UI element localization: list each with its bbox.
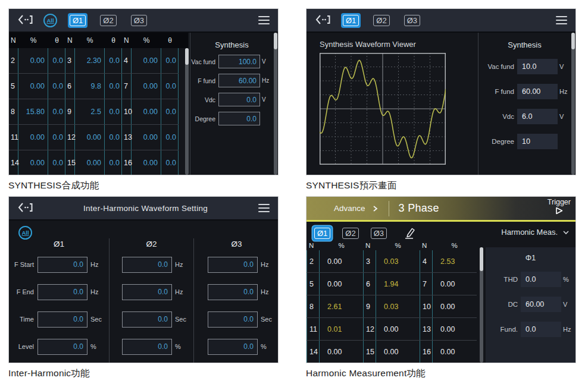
f-start-input[interactable]: 0.0 (122, 257, 172, 273)
vac-fund-input[interactable]: 100.0 (218, 55, 260, 68)
tab-phase-1[interactable]: Ø1 (312, 226, 332, 241)
degree-input[interactable]: 10 (517, 134, 558, 149)
cell-theta[interactable]: 0.0 (105, 48, 122, 73)
level-input[interactable]: 0.0 (122, 339, 172, 355)
cell-pct[interactable]: 0.00 (18, 125, 48, 150)
advance-menu-button[interactable]: Advance (334, 204, 365, 213)
cell-theta[interactable]: 0.0 (105, 125, 122, 150)
cell-value: 0.01 (320, 318, 363, 340)
cell-theta[interactable]: 0.0 (48, 48, 65, 73)
cell-n: 3 (363, 250, 376, 272)
cell-n: 10 (122, 99, 132, 124)
tab-phase-3[interactable]: Ø3 (129, 13, 149, 28)
panel-scrollbar[interactable] (571, 33, 575, 175)
cell-pct[interactable]: 2.30 (75, 48, 105, 73)
cell-pct[interactable]: 0.00 (75, 125, 105, 150)
scrollbar-thumb[interactable] (480, 247, 483, 271)
cell-theta[interactable]: 0.0 (161, 150, 179, 175)
all-phases-button[interactable]: All (43, 14, 57, 27)
measurement-mode-dropdown[interactable]: Harmonic Meas. (501, 228, 570, 237)
tab-phase-3[interactable]: Ø3 (402, 13, 422, 28)
synthesis-settings-card: Synthesis Vac fund100.0V F fund60.00Hz V… (190, 33, 273, 175)
panel-scrollbar[interactable] (274, 33, 277, 175)
cell-pct[interactable]: 0.00 (132, 125, 161, 150)
cell-pct[interactable]: 0.00 (132, 74, 161, 99)
cell-value: 0.00 (433, 295, 476, 317)
degree-input[interactable]: 0.0 (218, 112, 260, 125)
edit-pencil-icon[interactable] (402, 227, 416, 239)
cell-pct[interactable]: 2.5 (75, 99, 105, 124)
cell-theta[interactable]: 0.0 (105, 99, 122, 124)
cell-theta[interactable]: 0.0 (48, 125, 65, 150)
field-unit: % (87, 343, 103, 350)
tab-phase-3[interactable]: Ø3 (369, 226, 389, 241)
tab-phase-1[interactable]: Ø1 (341, 13, 361, 28)
cell-pct[interactable]: 9.8 (75, 74, 105, 99)
cell-theta[interactable]: 0.0 (161, 74, 179, 99)
level-input[interactable]: 0.0 (208, 339, 258, 355)
vac-fund-input[interactable]: 10.0 (517, 59, 558, 74)
table-row: 82.61 90.03 100.00 (306, 295, 477, 318)
cell-pct[interactable]: 0.00 (18, 150, 48, 175)
tab-phase-1[interactable]: Ø1 (68, 13, 87, 28)
scrollbar-thumb[interactable] (274, 33, 277, 49)
cell-pct[interactable]: 0.00 (18, 74, 48, 99)
tab-phase-2[interactable]: Ø2 (371, 13, 391, 28)
trigger-button[interactable]: Trigger (548, 198, 571, 217)
cell-theta[interactable]: 0.0 (161, 99, 179, 124)
card-title: Φ1 (486, 253, 576, 262)
cell-pct[interactable]: 0.00 (132, 48, 161, 73)
field-label: Level (18, 343, 34, 350)
time-input[interactable]: 0.0 (37, 311, 87, 328)
cell-theta[interactable]: 0.0 (48, 74, 65, 99)
tab-phase-2[interactable]: Ø2 (98, 13, 118, 28)
time-input[interactable]: 0.0 (208, 311, 258, 328)
chevron-down-icon (562, 228, 570, 237)
f-start-input[interactable]: 0.0 (37, 257, 87, 273)
f-fund-input[interactable]: 60.00 (517, 84, 558, 99)
tab-phase-2[interactable]: Ø2 (340, 226, 360, 241)
f-end-input[interactable]: 0.0 (37, 284, 87, 300)
table-scrollbar[interactable] (480, 247, 483, 363)
menu-icon[interactable] (556, 16, 567, 24)
cell-n: 13 (122, 125, 132, 150)
all-phases-button[interactable]: All (18, 226, 32, 240)
back-icon[interactable] (315, 14, 330, 27)
cell-n: 15 (363, 341, 376, 363)
card-title: Synthesis (478, 40, 571, 49)
cell-pct[interactable]: 15.80 (18, 99, 48, 124)
vdc-input[interactable]: 6.0 (517, 109, 558, 124)
menu-icon[interactable] (258, 16, 270, 24)
cell-theta[interactable]: 0.0 (161, 48, 179, 73)
page-title: Inter-Harmonic Waveform Setting (43, 204, 248, 213)
menu-icon[interactable] (258, 204, 270, 212)
vdc-input[interactable]: 0.0 (218, 93, 260, 106)
phase-3-column: Ø3 0.0Hz 0.0Hz 0.0Sec 0.0% (193, 238, 279, 363)
phase-tabs: Ø1 Ø2 Ø3 (312, 225, 416, 241)
back-icon[interactable] (17, 14, 33, 27)
cell-pct[interactable]: 0.00 (132, 150, 161, 175)
cell-theta[interactable]: 0.0 (161, 125, 179, 150)
cell-theta[interactable]: 0.0 (105, 74, 122, 99)
back-icon[interactable] (17, 202, 33, 215)
cell-theta[interactable]: 0.0 (48, 99, 65, 124)
f-start-input[interactable]: 0.0 (208, 257, 258, 273)
cell-pct[interactable]: 0.00 (75, 150, 105, 175)
cell-n: 14 (9, 150, 18, 175)
titlebar: All Ø1 Ø2 Ø3 (9, 9, 278, 33)
cell-pct[interactable]: 0.00 (18, 48, 48, 73)
level-input[interactable]: 0.0 (37, 339, 87, 355)
scrollbar-thumb[interactable] (185, 48, 189, 65)
table-scrollbar[interactable] (185, 48, 189, 175)
cell-theta[interactable]: 0.0 (48, 150, 65, 175)
cell-theta[interactable]: 0.0 (105, 150, 122, 175)
f-end-input[interactable]: 0.0 (122, 284, 172, 300)
f-end-input[interactable]: 0.0 (208, 284, 258, 300)
time-input[interactable]: 0.0 (122, 311, 172, 328)
cell-pct[interactable]: 0.00 (132, 99, 161, 124)
inter-harmonic-panel: Inter-Harmonic Waveform Setting All Ø1 F… (8, 196, 279, 363)
synthesis-edit-panel: All Ø1 Ø2 Ø3 N%θ N%θ N%θ 20.000.0 32.300… (8, 8, 279, 175)
f-fund-input[interactable]: 60.00 (218, 74, 260, 87)
scrollbar-thumb[interactable] (571, 33, 575, 49)
field-unit: Hz (258, 261, 273, 268)
